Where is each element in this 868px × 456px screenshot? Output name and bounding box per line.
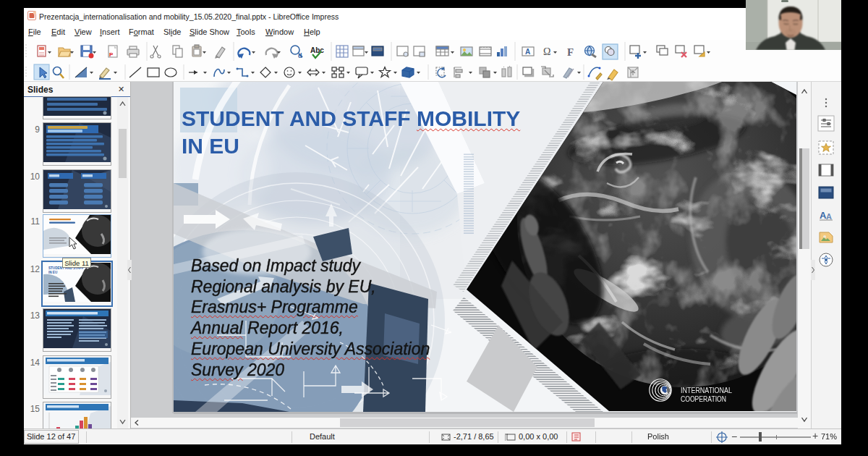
svg-text:P: P: [109, 51, 114, 58]
svg-text:COOPERATION: COOPERATION: [681, 394, 726, 403]
svg-text:A: A: [525, 48, 530, 56]
svg-text:d: d: [298, 52, 302, 59]
svg-text:Ω: Ω: [543, 46, 550, 57]
svg-text:IN EU: IN EU: [48, 271, 58, 274]
svg-text:A: A: [826, 212, 832, 221]
svg-text:F: F: [567, 46, 574, 58]
svg-text:INTERNATIONAL: INTERNATIONAL: [681, 386, 732, 394]
svg-text:Abc: Abc: [310, 46, 324, 54]
